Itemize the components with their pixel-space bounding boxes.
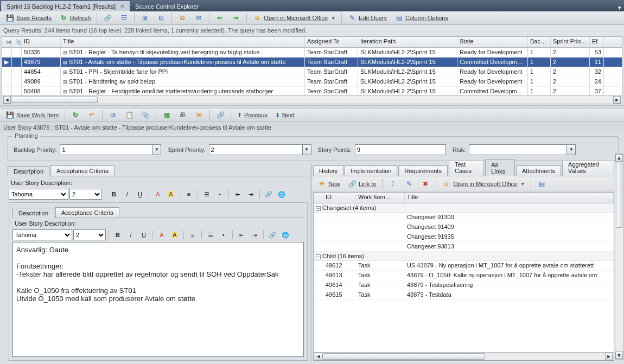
refresh-button[interactable]: ↻ Refresh: [56, 12, 94, 24]
column-options-button[interactable]: ▤ Column Options: [391, 12, 451, 24]
toolbar-wi-2[interactable]: 📋: [122, 109, 137, 121]
scroll-thumb[interactable]: [11, 97, 98, 103]
toolbar-icon-4[interactable]: ⊟: [154, 12, 169, 24]
list-ul-button[interactable]: •: [218, 229, 230, 240]
scroll-right-button[interactable]: ►: [605, 353, 613, 360]
links-col-title[interactable]: Title: [405, 193, 614, 203]
list-ul-button[interactable]: •: [214, 189, 226, 200]
link-row[interactable]: 49613Task43879 - O_1050: Kalle ny operas…: [314, 271, 614, 280]
grid-horizontal-scrollbar[interactable]: ◄ ►: [2, 95, 622, 104]
open-office-button[interactable]: ⧇ Open in Microsoft Office ▼: [250, 12, 339, 24]
nested-tab-description[interactable]: Description: [12, 208, 54, 218]
expand-icon[interactable]: ⊞: [63, 60, 67, 65]
toolbar-wi-1[interactable]: ⧉: [105, 109, 120, 121]
toolbar-icon-5[interactable]: ⧉: [175, 12, 190, 24]
scroll-left-button[interactable]: ◄: [315, 353, 322, 360]
toolbar-icon-6[interactable]: ✉: [191, 12, 206, 24]
tab-description[interactable]: Description: [8, 166, 49, 176]
col-iteration[interactable]: Iteration Path: [358, 37, 457, 47]
link-tool-1[interactable]: ⤴: [385, 178, 400, 190]
insert-link-button[interactable]: 🔗: [263, 189, 275, 200]
fontsize-select-inner[interactable]: 2: [73, 229, 106, 240]
scroll-thumb[interactable]: [322, 353, 485, 360]
story-points-input[interactable]: [355, 144, 446, 155]
link-tool-4[interactable]: ▤: [534, 178, 549, 190]
table-row[interactable]: 49089⊞ ST01 - Håndtering av søkt beløpTe…: [2, 77, 622, 87]
italic-button[interactable]: I: [125, 229, 137, 240]
link-open-office-button[interactable]: ⧇ Open in Microsoft Office ▼: [439, 178, 528, 190]
toolbar-icon-1[interactable]: 🔗: [100, 12, 115, 24]
font-select-inner[interactable]: Tahoma: [12, 229, 72, 240]
scroll-left-button[interactable]: ◄: [3, 96, 11, 104]
insert-image-button[interactable]: 🌐: [279, 229, 291, 240]
list-ol-button[interactable]: ☰: [205, 229, 217, 240]
indent-button[interactable]: ⇥: [249, 229, 260, 240]
tab-sprint-backlog[interactable]: Sprint 15 Backlog HL2-2 Team1 [Results] …: [1, 1, 130, 11]
tab-test-cases[interactable]: Test Cases: [449, 159, 484, 176]
tab-aggregated-values[interactable]: Aggregated Values: [562, 159, 614, 176]
tab-overflow-dropdown[interactable]: ▾: [615, 4, 624, 11]
table-row[interactable]: 50408⊞ ST01 - Regler - Ferdigstille områ…: [2, 87, 622, 95]
expand-icon[interactable]: ⊞: [63, 89, 67, 94]
backlog-priority-dropdown[interactable]: ▼: [152, 144, 161, 155]
col-assigned[interactable]: Assigned To: [305, 37, 358, 47]
expand-icon[interactable]: ⊞: [63, 69, 67, 75]
list-ol-button[interactable]: ☰: [201, 189, 213, 200]
toolbar-wi-print[interactable]: 🖶: [175, 109, 190, 121]
collapse-icon[interactable]: −: [316, 206, 321, 211]
save-results-button[interactable]: 💾 Save Results: [2, 12, 55, 24]
link-row[interactable]: 49612TaskUS 43879 - Ny operasjon i MT_10…: [314, 261, 614, 271]
toolbar-icon-2[interactable]: ☷: [116, 12, 131, 24]
col-backlog[interactable]: Back...: [528, 37, 551, 47]
links-horizontal-scrollbar[interactable]: ◄ ►: [314, 352, 614, 360]
nav-back-button[interactable]: ⇐: [212, 12, 227, 24]
link-row[interactable]: Changeset 93813: [314, 242, 614, 252]
italic-button[interactable]: I: [121, 189, 133, 200]
link-to-button[interactable]: 🔗 Link to: [345, 178, 379, 190]
link-tool-3[interactable]: ✖: [418, 178, 433, 190]
link-group-header[interactable]: −Changeset (4 items): [314, 203, 614, 213]
col-state[interactable]: State: [457, 37, 528, 47]
outdent-button[interactable]: ⇤: [232, 189, 244, 200]
new-link-button[interactable]: ✳ New: [314, 178, 343, 190]
outdent-button[interactable]: ⇤: [235, 229, 247, 240]
align-button[interactable]: ≡: [187, 229, 199, 240]
previous-button[interactable]: ⬆ Previous: [234, 110, 271, 120]
fontcolor-button[interactable]: A: [156, 229, 168, 240]
bold-button[interactable]: B: [108, 189, 120, 200]
col-sprint-priority[interactable]: Sprint Priority: [551, 37, 590, 47]
close-icon[interactable]: ✕: [120, 3, 124, 9]
links-col-type[interactable]: Work Item...: [356, 193, 405, 203]
sprint-priority-dropdown[interactable]: ▼: [302, 144, 311, 155]
tab-attachments[interactable]: Attachments: [516, 165, 561, 176]
link-row[interactable]: Changeset 91935: [314, 232, 614, 242]
tab-acceptance[interactable]: Acceptance Criteria: [50, 165, 114, 176]
scroll-up-button[interactable]: ▲: [615, 154, 623, 162]
link-row[interactable]: 49615Task43879 - Testdata: [314, 290, 614, 300]
sprint-priority-input[interactable]: [209, 144, 302, 155]
col-attach[interactable]: 📎: [12, 37, 22, 47]
links-col-id[interactable]: ID: [323, 193, 356, 203]
scroll-right-button[interactable]: ►: [613, 96, 621, 104]
table-row[interactable]: 50335⊞ ST01 - Regler - Ta hensyn til skj…: [2, 48, 622, 58]
undo-button[interactable]: ↶: [84, 109, 99, 121]
vertical-splitter[interactable]: [310, 164, 312, 361]
align-button[interactable]: ≡: [183, 189, 195, 200]
tab-source-control[interactable]: Source Control Explorer: [130, 1, 204, 11]
expand-icon[interactable]: ⊞: [63, 50, 67, 55]
table-row[interactable]: 44854⊞ ST01 - PPI - Skjermbilde fane for…: [2, 67, 622, 77]
tab-implementation[interactable]: Implementation: [345, 165, 397, 176]
link-row[interactable]: Changeset 91300: [314, 213, 614, 222]
nested-tab-acceptance[interactable]: Acceptance Criteria: [55, 207, 119, 218]
risk-dropdown[interactable]: ▼: [566, 144, 576, 155]
outer-vertical-scrollbar[interactable]: ▲ ▼: [615, 154, 623, 360]
col-title[interactable]: Title: [61, 37, 305, 47]
insert-image-button[interactable]: 🌐: [276, 189, 288, 200]
col-id[interactable]: ID: [22, 37, 61, 47]
toolbar-wi-excel[interactable]: ▦: [159, 109, 174, 121]
tab-requirements[interactable]: Requirements: [398, 165, 447, 176]
scroll-down-button[interactable]: ▼: [615, 352, 623, 359]
nav-fwd-button[interactable]: ⇒: [228, 12, 244, 24]
expand-icon[interactable]: ⊞: [63, 79, 67, 85]
tab-all-links[interactable]: All Links: [485, 159, 515, 176]
